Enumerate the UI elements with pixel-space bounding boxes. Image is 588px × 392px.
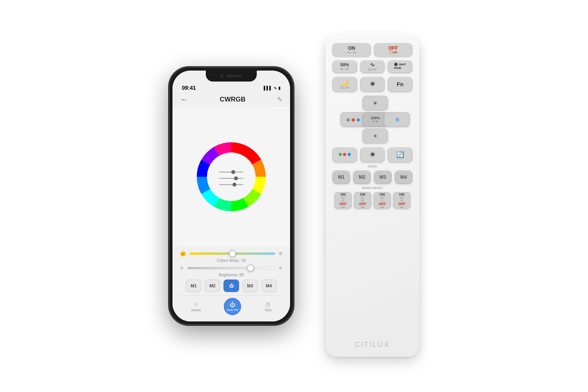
zone-a-label: M1 bbox=[341, 196, 345, 199]
status-time: 09:41 bbox=[182, 85, 196, 91]
dpad-up[interactable]: ☀ bbox=[362, 96, 388, 111]
memory-m1[interactable]: M1 bbox=[186, 279, 201, 292]
zone-c-on: ON bbox=[379, 192, 385, 196]
fn-label: Fn bbox=[397, 81, 403, 88]
zone-d-zone: -D- bbox=[400, 199, 404, 202]
back-button[interactable]: ← bbox=[180, 95, 188, 104]
m3-button[interactable]: M3 bbox=[374, 171, 392, 184]
scene-icon: ☆ bbox=[194, 301, 199, 307]
remote-spacer bbox=[332, 212, 412, 333]
m1-button[interactable]: M1 bbox=[332, 171, 350, 184]
zone-d-button[interactable]: ON M1 -D- OFF M4 bbox=[393, 192, 410, 209]
phone-body: 09:41 ▌▌▌ ∿ ▮ ← CWRGB ✎ bbox=[169, 67, 294, 325]
phone-notch bbox=[206, 71, 257, 82]
wifi-setup-icon: ∿ bbox=[370, 62, 375, 68]
zone-a-on: ON bbox=[340, 192, 346, 196]
zone-c-off-sub: M4 bbox=[380, 206, 384, 209]
zone-c-button[interactable]: ON M1 -C- OFF M4 bbox=[374, 192, 391, 209]
citilux-logo: CITILUX bbox=[332, 341, 412, 349]
phone-screen: 09:41 ▌▌▌ ∿ ▮ ← CWRGB ✎ bbox=[172, 71, 290, 321]
dim-icon: ✳ bbox=[180, 265, 184, 271]
off-sub: ⏳20S bbox=[389, 51, 397, 54]
nav-now-on[interactable]: ⏻ Now ON bbox=[224, 298, 241, 315]
phone-screen-container: 09:41 ▌▌▌ ∿ ▮ ← CWRGB ✎ bbox=[172, 71, 290, 321]
moon-button[interactable]: 🌙 ALL M4 bbox=[332, 77, 357, 92]
zone-c-zone: -C- bbox=[380, 199, 384, 202]
remote-row-1: ON ALL M1 OFF ⏳20S bbox=[332, 43, 412, 56]
memory-power[interactable]: ⏻ bbox=[223, 279, 239, 292]
fifty-sub: ALL M2 bbox=[340, 67, 349, 71]
moon-sub: ALL M4 bbox=[340, 86, 349, 89]
zone-d-on: ON bbox=[399, 192, 405, 196]
fifty-percent-button[interactable]: 50% ALL M2 bbox=[332, 60, 357, 73]
m2-button[interactable]: M2 bbox=[353, 171, 371, 184]
effect1-button[interactable] bbox=[332, 147, 357, 162]
status-icons: ▌▌▌ ∿ ▮ bbox=[264, 86, 281, 90]
brightness-row: ✳ ✳ bbox=[180, 265, 283, 271]
remote-row-3: 🌙 ALL M4 ☀ Fn bbox=[332, 77, 412, 92]
memory-m3[interactable]: M3 bbox=[242, 279, 258, 292]
fn-button[interactable]: Fn bbox=[388, 77, 412, 92]
wht-rgb-button[interactable]: ⚫ WHTRGB bbox=[388, 60, 412, 73]
setup-sub: SETUP bbox=[368, 68, 377, 71]
on-label: ON bbox=[348, 45, 355, 51]
memory-m2[interactable]: M2 bbox=[205, 279, 220, 292]
nav-task[interactable]: ◷ Task bbox=[264, 301, 272, 312]
brightness-track[interactable] bbox=[187, 267, 275, 269]
zone-b-button[interactable]: ON M1 -B- OFF M4 bbox=[354, 192, 371, 209]
rgb-dots-icon bbox=[347, 116, 360, 123]
m2-label: M2 bbox=[359, 174, 365, 180]
fifty-label: 50% bbox=[340, 62, 349, 67]
app-header: ← CWRGB ✎ bbox=[172, 93, 290, 107]
sun-mid-button[interactable]: ☀ bbox=[360, 147, 385, 162]
zone-c-label: M1 bbox=[380, 196, 384, 199]
m4-button[interactable]: M4 bbox=[395, 171, 412, 184]
cycle-button[interactable]: 🔄 bbox=[388, 147, 412, 162]
zone-b-zone: -B- bbox=[361, 199, 364, 202]
zone-a-zone: -A- bbox=[341, 199, 345, 202]
power-button[interactable]: ⏻ Now ON bbox=[224, 298, 241, 315]
sun-icon: ☀ bbox=[370, 80, 375, 88]
brightness-thumb[interactable] bbox=[247, 265, 254, 272]
warm-icon: 🌞 bbox=[180, 250, 186, 257]
off-label: OFF bbox=[388, 45, 398, 51]
dpad-right[interactable]: ❄ bbox=[384, 112, 410, 127]
color-temp-label: Colour temp.: 50 bbox=[180, 258, 283, 263]
zone-b-off: OFF bbox=[359, 202, 366, 206]
cycle-icon: 🔄 bbox=[396, 151, 404, 158]
dpad-down-icon: ☀ bbox=[373, 133, 378, 139]
remote-memory-row: M1 M2 M3 M4 bbox=[332, 171, 412, 184]
m4-label: M4 bbox=[400, 174, 407, 180]
effect1-icon bbox=[339, 153, 351, 157]
main-scene: 09:41 ▌▌▌ ∿ ▮ ← CWRGB ✎ bbox=[0, 0, 588, 392]
remote-row-effects: ☀ 🔄 bbox=[332, 147, 412, 162]
color-temp-track[interactable] bbox=[189, 252, 275, 255]
on-all-button[interactable]: ON ALL M1 bbox=[332, 43, 371, 56]
remote-dpad-row: ☀ 100% ✦✶ ❄ bbox=[332, 96, 412, 143]
moon-icon: 🌙 bbox=[341, 79, 348, 86]
setup-button[interactable]: ∿ SETUP bbox=[360, 60, 385, 73]
edit-button[interactable]: ✎ bbox=[277, 96, 282, 103]
memory-m4[interactable]: M4 bbox=[261, 279, 277, 292]
zone-a-off-sub: M4 bbox=[341, 206, 345, 209]
status-bar: 09:41 ▌▌▌ ∿ ▮ bbox=[172, 82, 290, 93]
power-icon: ⏻ bbox=[230, 301, 235, 308]
app-title: CWRGB bbox=[220, 96, 245, 103]
sun-button[interactable]: ☀ bbox=[360, 77, 385, 92]
off-all-button[interactable]: OFF ⏳20S bbox=[374, 43, 412, 56]
zone-b-label: M1 bbox=[361, 196, 365, 199]
phone-device: 09:41 ▌▌▌ ∿ ▮ ← CWRGB ✎ bbox=[169, 67, 294, 325]
m3-label: M3 bbox=[379, 174, 386, 180]
color-temp-thumb[interactable] bbox=[229, 250, 236, 257]
signal-icon: ▌▌▌ bbox=[264, 86, 272, 90]
color-wheel[interactable] bbox=[188, 134, 274, 220]
dpad-down[interactable]: ☀ bbox=[362, 129, 388, 143]
bottom-nav: ☆ Scene ⏻ Now ON ◷ Tas bbox=[180, 295, 283, 318]
bright-icon: ✳ bbox=[278, 265, 283, 271]
zone-d-off-sub: M4 bbox=[400, 206, 404, 209]
sun2-icon: ☀ bbox=[370, 151, 375, 158]
zone-a-button[interactable]: ON M1 -A- OFF M4 bbox=[334, 192, 352, 209]
nav-scene[interactable]: ☆ Scene bbox=[191, 301, 201, 312]
svg-point-18 bbox=[234, 176, 238, 180]
scene-label: Scene bbox=[191, 308, 201, 312]
